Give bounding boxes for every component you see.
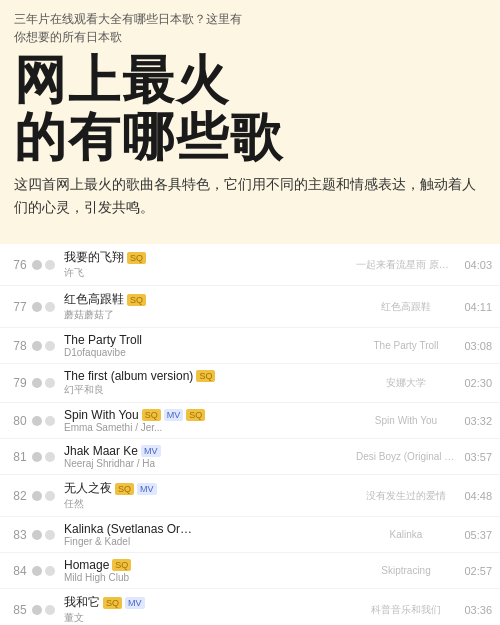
- song-duration: 03:36: [456, 604, 492, 616]
- song-row[interactable]: 76我要的飞翔SQ许飞一起来看流星雨 原声音乐辑04:03: [0, 244, 500, 286]
- add-button[interactable]: [45, 416, 55, 426]
- play-button[interactable]: [32, 605, 42, 615]
- song-album: Spin With You: [356, 415, 456, 426]
- rank-number: 80: [8, 414, 32, 428]
- rank-number: 79: [8, 376, 32, 390]
- play-button[interactable]: [32, 260, 42, 270]
- song-play-actions[interactable]: [32, 491, 60, 501]
- song-play-actions[interactable]: [32, 566, 60, 576]
- song-play-actions[interactable]: [32, 260, 60, 270]
- song-tag-mv: MV: [141, 445, 161, 457]
- song-album: The Party Troll: [356, 340, 456, 351]
- song-artist: 幻平和良: [64, 383, 174, 397]
- song-tag-sq: SQ: [103, 597, 122, 609]
- song-album: 红色高跟鞋: [356, 300, 456, 314]
- song-name-row: Spin With YouSQMVSQ: [64, 408, 352, 422]
- rank-number: 81: [8, 450, 32, 464]
- rank-number: 83: [8, 528, 32, 542]
- song-row[interactable]: 82无人之夜SQMV任然没有发生过的爱情04:48: [0, 475, 500, 517]
- rank-number: 84: [8, 564, 32, 578]
- song-tag-sq: SQ: [127, 252, 146, 264]
- add-button[interactable]: [45, 302, 55, 312]
- hero-title-line1: 网上最火: [14, 52, 486, 109]
- song-name-row: Kalinka (Svetlanas Original Mix): [64, 522, 352, 536]
- song-row[interactable]: 85我和它SQMV董文科普音乐和我们03:36: [0, 589, 500, 625]
- song-artist: 董文: [64, 611, 174, 625]
- play-button[interactable]: [32, 491, 42, 501]
- song-info: Spin With YouSQMVSQEmma Samethi / Jer...: [60, 408, 356, 433]
- song-info: Kalinka (Svetlanas Original Mix)Finger &…: [60, 522, 356, 547]
- song-duration: 03:57: [456, 451, 492, 463]
- song-row[interactable]: 81Jhak Maar KeMVNeeraj Shridhar / HaDesi…: [0, 439, 500, 475]
- song-artist: 蘑菇蘑菇了: [64, 308, 174, 322]
- song-row[interactable]: 79The first (album version)SQ幻平和良安娜大学02:…: [0, 364, 500, 403]
- song-name: The first (album version): [64, 369, 193, 383]
- subtitle-line1: 三年片在线观看大全有哪些日本歌？这里有: [14, 12, 242, 26]
- song-name-row: 我和它SQMV: [64, 594, 352, 611]
- song-row[interactable]: 80Spin With YouSQMVSQEmma Samethi / Jer.…: [0, 403, 500, 439]
- song-album: Kalinka: [356, 529, 456, 540]
- song-name-row: 红色高跟鞋SQ: [64, 291, 352, 308]
- song-duration: 05:37: [456, 529, 492, 541]
- play-button[interactable]: [32, 341, 42, 351]
- song-play-actions[interactable]: [32, 452, 60, 462]
- song-tag-sq: SQ: [196, 370, 215, 382]
- play-button[interactable]: [32, 416, 42, 426]
- song-tag-sq: SQ: [142, 409, 161, 421]
- song-play-actions[interactable]: [32, 530, 60, 540]
- song-play-actions[interactable]: [32, 416, 60, 426]
- subtitle-bar: 三年片在线观看大全有哪些日本歌？这里有 你想要的所有日本歌: [14, 10, 486, 46]
- song-tag-sq: SQ: [115, 483, 134, 495]
- song-artist: 任然: [64, 497, 174, 511]
- hero-section: 三年片在线观看大全有哪些日本歌？这里有 你想要的所有日本歌 网上最火 的有哪些歌…: [0, 0, 500, 244]
- song-play-actions[interactable]: [32, 341, 60, 351]
- song-row[interactable]: 83Kalinka (Svetlanas Original Mix)Finger…: [0, 517, 500, 553]
- song-name: Kalinka (Svetlanas Original Mix): [64, 522, 194, 536]
- song-album: 没有发生过的爱情: [356, 489, 456, 503]
- song-name-row: The first (album version)SQ: [64, 369, 352, 383]
- song-name: 我和它: [64, 594, 100, 611]
- song-name: 无人之夜: [64, 480, 112, 497]
- song-name-row: 无人之夜SQMV: [64, 480, 352, 497]
- song-artist: D1ofaquavibe: [64, 347, 174, 358]
- play-button[interactable]: [32, 530, 42, 540]
- song-row[interactable]: 77红色高跟鞋SQ蘑菇蘑菇了红色高跟鞋04:11: [0, 286, 500, 328]
- song-play-actions[interactable]: [32, 378, 60, 388]
- song-name: Homage: [64, 558, 109, 572]
- add-button[interactable]: [45, 566, 55, 576]
- song-tag-mv: MV: [164, 409, 184, 421]
- song-info: HomageSQMild High Club: [60, 558, 356, 583]
- song-info: 无人之夜SQMV任然: [60, 480, 356, 511]
- rank-number: 78: [8, 339, 32, 353]
- add-button[interactable]: [45, 378, 55, 388]
- song-album: Skiptracing: [356, 565, 456, 576]
- song-duration: 04:11: [456, 301, 492, 313]
- song-duration: 04:48: [456, 490, 492, 502]
- play-button[interactable]: [32, 378, 42, 388]
- song-info: 我要的飞翔SQ许飞: [60, 249, 356, 280]
- hero-description: 这四首网上最火的歌曲各具特色，它们用不同的主题和情感表达，触动着人们的心灵，引发…: [14, 174, 486, 230]
- song-artist: Finger & Kadel: [64, 536, 174, 547]
- song-name-row: 我要的飞翔SQ: [64, 249, 352, 266]
- hero-title-line2: 的有哪些歌: [14, 109, 486, 166]
- add-button[interactable]: [45, 605, 55, 615]
- song-play-actions[interactable]: [32, 302, 60, 312]
- song-play-actions[interactable]: [32, 605, 60, 615]
- play-button[interactable]: [32, 566, 42, 576]
- add-button[interactable]: [45, 452, 55, 462]
- add-button[interactable]: [45, 341, 55, 351]
- add-button[interactable]: [45, 491, 55, 501]
- play-button[interactable]: [32, 452, 42, 462]
- song-name-row: Jhak Maar KeMV: [64, 444, 352, 458]
- hero-title: 网上最火 的有哪些歌: [14, 52, 486, 166]
- song-artist: Neeraj Shridhar / Ha: [64, 458, 174, 469]
- subtitle-line2: 你想要的所有日本歌: [14, 30, 122, 44]
- song-tag-sq: SQ: [127, 294, 146, 306]
- song-row[interactable]: 84HomageSQMild High ClubSkiptracing02:57: [0, 553, 500, 589]
- rank-number: 77: [8, 300, 32, 314]
- song-row[interactable]: 78The Party TrollD1ofaquavibeThe Party T…: [0, 328, 500, 364]
- song-album: 安娜大学: [356, 376, 456, 390]
- play-button[interactable]: [32, 302, 42, 312]
- add-button[interactable]: [45, 260, 55, 270]
- add-button[interactable]: [45, 530, 55, 540]
